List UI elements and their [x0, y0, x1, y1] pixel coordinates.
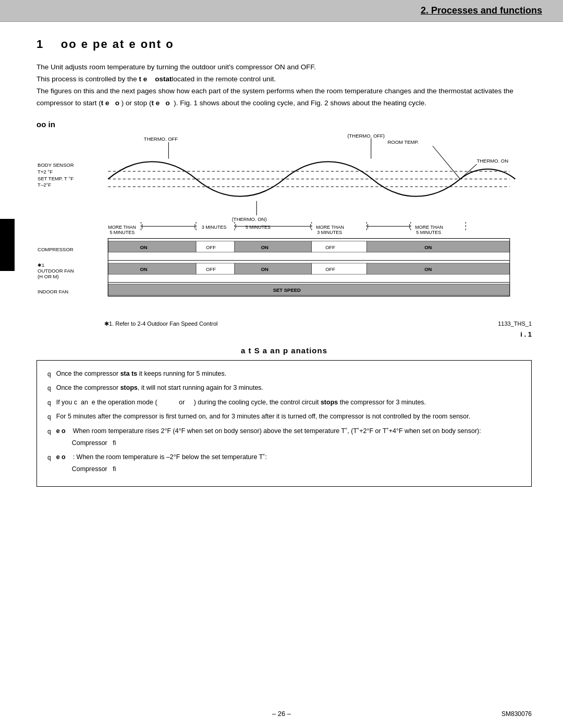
- svg-text:OFF: OFF: [325, 244, 335, 250]
- svg-text:(THERMO. OFF): (THERMO. OFF): [347, 134, 385, 139]
- page: 2. Processes and functions 1 oo e pe at …: [0, 0, 563, 728]
- svg-text:ON: ON: [140, 244, 147, 250]
- bullet-3: q: [47, 398, 51, 408]
- bullet-5: q: [47, 426, 51, 437]
- svg-text:INDOOR FAN: INDOOR FAN: [38, 289, 68, 294]
- svg-text:T+2 °F: T+2 °F: [38, 169, 53, 175]
- svg-text:SET SPEED: SET SPEED: [273, 287, 301, 293]
- svg-text:3 MINUTES: 3 MINUTES: [202, 224, 227, 229]
- svg-rect-66: [108, 284, 510, 295]
- svg-text:ON: ON: [424, 244, 432, 250]
- svg-rect-48: [312, 241, 367, 252]
- svg-text:OFF: OFF: [206, 266, 216, 272]
- svg-text:ON: ON: [261, 266, 268, 272]
- svg-text:COMPRESSOR: COMPRESSOR: [38, 246, 74, 252]
- svg-text:✱1: ✱1: [38, 262, 44, 268]
- svg-text:THERMO. OFF: THERMO. OFF: [144, 135, 178, 141]
- svg-text:5 MINUTES: 5 MINUTES: [246, 224, 271, 229]
- svg-rect-46: [235, 241, 312, 252]
- svg-text:MORE THAN: MORE THAN: [316, 224, 344, 229]
- bullet-4: q: [47, 412, 51, 422]
- note-sub-5: Compressor fi: [72, 438, 521, 449]
- svg-text:(H OR M): (H OR M): [38, 273, 59, 279]
- svg-text:BODY SENSOR: BODY SENSOR: [38, 162, 74, 168]
- note-item-6: q e o : When the room temperature is –2°…: [47, 452, 521, 475]
- diagram-ref: 1133_THS_1: [498, 320, 532, 327]
- svg-text:ON: ON: [424, 266, 432, 272]
- main-content: 1 oo e pe at e ont o The Unit adjusts ro…: [0, 22, 563, 502]
- svg-rect-50: [366, 241, 509, 252]
- svg-rect-63: [366, 263, 509, 274]
- note-sub-6: Compressor fi: [72, 464, 521, 475]
- chart-subtitle: a t S a an p anations: [36, 346, 532, 355]
- page-number: – 26 –: [0, 710, 563, 718]
- body-paragraph: The Unit adjusts room temperature by tur…: [36, 61, 532, 109]
- svg-text:OFF: OFF: [206, 244, 216, 250]
- note-item-1: q Once the compressor sta ts it keeps ru…: [47, 368, 521, 379]
- svg-rect-42: [108, 241, 196, 252]
- svg-text:MORE THAN: MORE THAN: [108, 224, 136, 229]
- page-title: 2. Processes and functions: [421, 5, 542, 16]
- diagram-footnote: ✱1. Refer to 2-4 Outdoor Fan Speed Contr…: [104, 320, 218, 327]
- bullet-1: q: [47, 369, 51, 379]
- section-heading: 1 oo e pe at e ont o: [36, 38, 532, 51]
- note-item-3: q If you c an e the operation mode ( or …: [47, 397, 521, 408]
- diagram-container: BODY SENSOR T+2 °F SET TEMP. T °F T–2°F …: [36, 134, 532, 317]
- page-header: 2. Processes and functions: [0, 0, 563, 22]
- svg-text:(THERMO. ON): (THERMO. ON): [232, 216, 267, 222]
- svg-text:ON: ON: [261, 244, 268, 250]
- svg-text:5 MINUTES: 5 MINUTES: [109, 230, 134, 235]
- svg-text:5 MINUTES: 5 MINUTES: [416, 230, 441, 235]
- section-tab: [0, 219, 15, 271]
- svg-text:SET TEMP. T °F: SET TEMP. T °F: [38, 175, 74, 181]
- svg-text:MORE THAN: MORE THAN: [415, 224, 443, 229]
- diagram-svg: BODY SENSOR T+2 °F SET TEMP. T °F T–2°F …: [36, 134, 532, 315]
- svg-rect-55: [108, 263, 196, 274]
- svg-text:THERMO. ON: THERMO. ON: [476, 158, 508, 164]
- note-item-5: q e o When room temperature rises 2°F (4…: [47, 426, 521, 449]
- notes-box: q Once the compressor sta ts it keeps ru…: [36, 360, 532, 487]
- svg-text:ROOM TEMP.: ROOM TEMP.: [387, 139, 419, 145]
- svg-text:OFF: OFF: [325, 266, 335, 272]
- fig-label: i . 1: [36, 330, 532, 338]
- bullet-6: q: [47, 452, 51, 463]
- page-ref: SM830076: [501, 710, 532, 718]
- svg-text:ON: ON: [140, 266, 147, 272]
- diagram-label: oo in: [36, 120, 532, 129]
- bullet-2: q: [47, 383, 51, 393]
- svg-text:T–2°F: T–2°F: [38, 182, 51, 188]
- note-item-4: q For 5 minutes after the compressor is …: [47, 411, 521, 422]
- svg-line-14: [433, 146, 460, 179]
- svg-rect-59: [235, 263, 312, 274]
- svg-rect-61: [312, 263, 367, 274]
- svg-text:3 MINUTES: 3 MINUTES: [317, 230, 342, 235]
- note-item-2: q Once the compressor stops, it will not…: [47, 382, 521, 393]
- svg-text:OUTDOOR FAN: OUTDOOR FAN: [38, 268, 74, 274]
